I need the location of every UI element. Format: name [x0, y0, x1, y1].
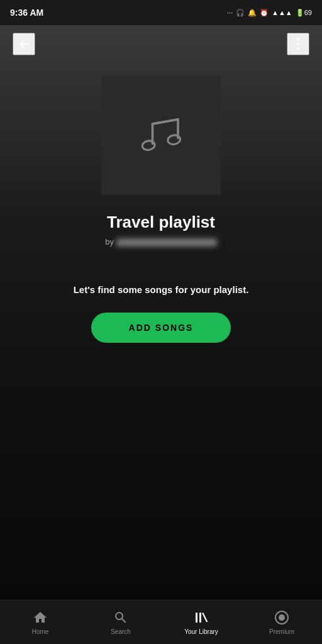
search-label: Search [111, 628, 131, 635]
svg-point-2 [297, 48, 299, 50]
top-nav [0, 25, 322, 63]
dots-icon: ··· [227, 9, 233, 16]
music-note-icon [133, 107, 189, 164]
headphone-icon: 🎧 [236, 9, 245, 17]
back-button[interactable] [13, 33, 35, 55]
premium-icon [274, 610, 289, 625]
bell-icon: 🔔 [248, 9, 257, 17]
nav-premium[interactable]: Premium [242, 605, 322, 640]
playlist-title: Travel playlist [107, 213, 215, 232]
premium-label: Premium [269, 628, 294, 635]
signal-icon: ▲▲▲ [272, 9, 292, 16]
search-icon [113, 610, 128, 625]
status-icons: ··· 🎧 🔔 ⏰ ▲▲▲ 🔋69 [227, 9, 312, 17]
nav-search[interactable]: Search [80, 605, 161, 640]
author-name-blur [116, 238, 217, 247]
playlist-author: by [105, 237, 216, 247]
add-songs-button[interactable]: ADD SONGS [91, 313, 231, 343]
library-icon [194, 610, 209, 625]
svg-point-3 [142, 140, 155, 151]
battery-icon: 🔋69 [296, 9, 312, 17]
bottom-nav: Home Search Your Library Premium [0, 600, 322, 644]
svg-rect-6 [199, 613, 201, 623]
svg-rect-5 [196, 613, 197, 623]
home-icon [33, 610, 48, 625]
status-bar: 9:36 AM ··· 🎧 🔔 ⏰ ▲▲▲ 🔋69 [0, 0, 322, 25]
nav-library[interactable]: Your Library [161, 605, 242, 640]
svg-point-8 [279, 614, 285, 621]
back-icon [17, 37, 31, 51]
svg-point-0 [297, 38, 299, 41]
playlist-cover [101, 75, 221, 195]
more-options-button[interactable] [287, 33, 309, 55]
main-content: Travel playlist by Let's find some songs… [0, 25, 322, 600]
svg-point-4 [167, 134, 181, 145]
svg-point-1 [297, 43, 299, 45]
home-label: Home [32, 628, 49, 635]
status-time: 9:36 AM [10, 8, 43, 18]
nav-home[interactable]: Home [0, 605, 80, 640]
empty-state-message: Let's find some songs for your playlist. [48, 284, 274, 295]
alarm-icon: ⏰ [260, 9, 269, 17]
library-label: Your Library [184, 628, 218, 635]
more-icon [296, 37, 300, 51]
